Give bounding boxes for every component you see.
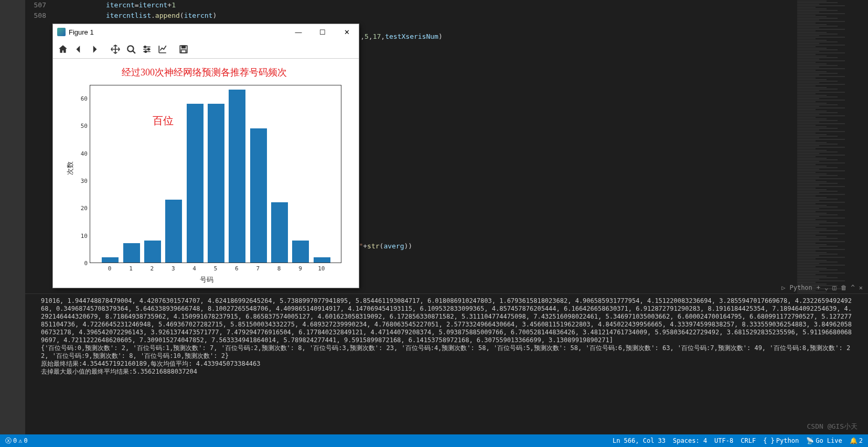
plot-area: 经过300次神经网络预测各推荐号码频次 百位 次数 号码 01020304050… xyxy=(53,59,359,288)
terminal-kernel-label[interactable]: Python xyxy=(789,284,812,291)
status-golive[interactable]: 📡 Go Live xyxy=(806,437,842,444)
forward-icon[interactable] xyxy=(88,42,101,56)
bar xyxy=(165,200,182,263)
terminal-close-icon[interactable]: ✕ xyxy=(859,284,863,291)
x-tick: 2 xyxy=(147,265,157,272)
x-tick: 0 xyxy=(104,265,115,272)
svg-rect-6 xyxy=(181,50,186,53)
svg-point-1 xyxy=(144,46,146,47)
y-tick: 40 xyxy=(78,150,88,157)
axes-icon[interactable] xyxy=(156,42,169,56)
terminal-add-icon[interactable]: + xyxy=(817,284,820,291)
terminal-maximize-icon[interactable]: ^ xyxy=(851,284,855,291)
figure-toolbar xyxy=(53,40,359,59)
y-axis-label: 次数 xyxy=(66,161,75,175)
axes xyxy=(90,85,341,263)
y-tick: 50 xyxy=(78,123,88,129)
bar xyxy=(314,257,330,263)
watermark: CSDN @GIS小天 xyxy=(807,422,858,431)
terminal-output: 91016, 1.944748878479004, 4.420763015747… xyxy=(41,297,852,376)
bar xyxy=(271,202,288,263)
status-bar: ⓧ0 ⚠0 Ln 566, Col 33 Spaces: 4 UTF-8 CRL… xyxy=(0,434,868,447)
status-ln-col[interactable]: Ln 566, Col 33 xyxy=(613,437,666,444)
terminal-trash-icon[interactable]: 🗑 xyxy=(841,284,847,291)
figure-titlebar[interactable]: Figure 1 — ☐ ✕ xyxy=(53,24,359,40)
bar xyxy=(229,90,245,263)
config-icon[interactable] xyxy=(140,42,154,56)
x-tick: 6 xyxy=(231,265,242,272)
app-icon xyxy=(57,28,66,36)
status-encoding[interactable]: UTF-8 xyxy=(714,437,733,444)
x-tick: 3 xyxy=(168,265,178,272)
svg-rect-5 xyxy=(182,46,186,48)
x-tick: 9 xyxy=(295,265,305,272)
close-button[interactable]: ✕ xyxy=(335,24,359,40)
terminal-tabs: ▷ Python + ⌄ ◫ 🗑 ^ ✕ xyxy=(25,282,868,293)
minimize-button[interactable]: — xyxy=(286,24,310,40)
y-tick: 0 xyxy=(78,260,88,267)
maximize-button[interactable]: ☐ xyxy=(310,24,335,40)
x-tick: 1 xyxy=(126,265,136,272)
back-icon[interactable] xyxy=(72,42,85,56)
warning-icon: ⚠ xyxy=(18,437,22,444)
terminal-dropdown-icon[interactable]: ⌄ xyxy=(824,284,828,291)
bar xyxy=(123,243,140,263)
x-tick: 4 xyxy=(189,265,200,272)
status-notif[interactable]: 🔔2 xyxy=(850,437,863,444)
save-icon[interactable] xyxy=(177,42,190,56)
home-icon[interactable] xyxy=(56,42,70,56)
bar xyxy=(292,241,309,263)
y-tick: 30 xyxy=(78,178,88,184)
svg-point-2 xyxy=(148,48,149,50)
pan-icon[interactable] xyxy=(109,42,122,56)
x-tick: 8 xyxy=(274,265,284,272)
minimap[interactable] xyxy=(795,0,868,293)
bar xyxy=(144,241,161,263)
bar xyxy=(187,104,203,263)
x-tick: 5 xyxy=(210,265,221,272)
status-spaces[interactable]: Spaces: 4 xyxy=(673,437,707,444)
figure-window: Figure 1 — ☐ ✕ 经过300次神经网络预测各推荐号码频次 百位 次数… xyxy=(52,24,359,288)
y-tick: 20 xyxy=(78,205,88,212)
y-tick: 10 xyxy=(78,233,88,239)
status-lang[interactable]: { } Python xyxy=(763,437,799,444)
x-tick: 7 xyxy=(253,265,263,272)
figure-title: Figure 1 xyxy=(69,28,94,36)
svg-point-0 xyxy=(127,46,133,51)
terminal-kernel-icon[interactable]: ▷ xyxy=(781,284,785,291)
activity-bar xyxy=(0,0,25,447)
bar xyxy=(208,104,224,263)
error-icon: ⓧ xyxy=(5,437,12,445)
status-eol[interactable]: CRLF xyxy=(741,437,756,444)
terminal-split-icon[interactable]: ◫ xyxy=(832,284,836,291)
x-tick: 10 xyxy=(316,265,327,272)
y-tick: 60 xyxy=(78,95,88,102)
zoom-icon[interactable] xyxy=(124,42,138,56)
bar xyxy=(102,257,119,263)
status-problems[interactable]: ⓧ0 ⚠0 xyxy=(5,437,28,445)
bar xyxy=(250,128,267,263)
chart-title: 经过300次神经网络预测各推荐号码频次 xyxy=(58,66,350,79)
svg-point-3 xyxy=(145,50,146,52)
terminal[interactable]: 91016, 1.944748878479004, 4.420763015747… xyxy=(25,293,868,434)
